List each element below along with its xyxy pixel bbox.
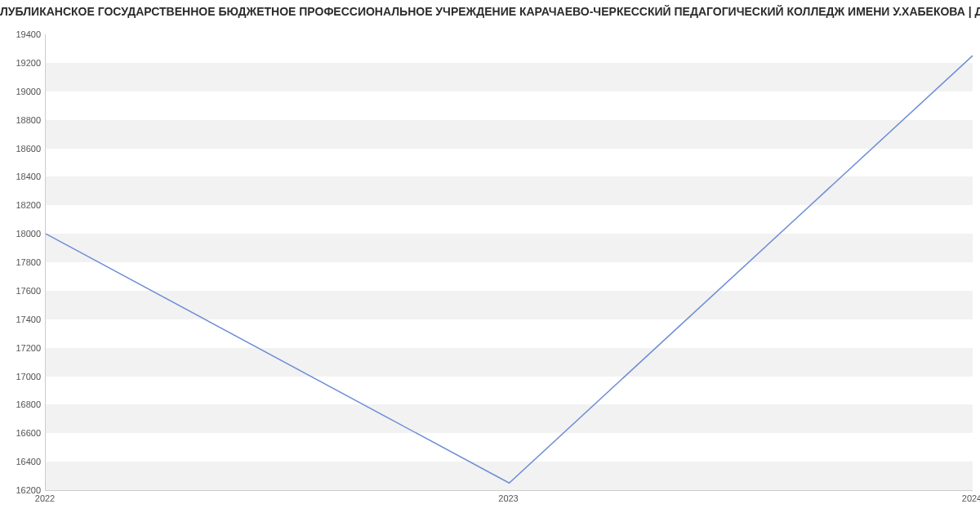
y-tick-label: 19000 <box>4 87 41 96</box>
y-tick-label: 17600 <box>4 286 41 296</box>
y-tick-label: 16600 <box>4 428 41 438</box>
y-tick-label: 16800 <box>4 399 41 409</box>
y-tick-label: 19200 <box>4 58 41 68</box>
y-tick-label: 19400 <box>4 29 41 39</box>
y-tick-label: 18200 <box>4 200 41 210</box>
plot-area <box>45 34 973 491</box>
y-tick-label: 17000 <box>4 372 41 382</box>
y-tick-label: 17200 <box>4 343 41 353</box>
y-tick-label: 17400 <box>4 315 41 324</box>
data-line <box>46 56 973 483</box>
y-tick-label: 18600 <box>4 144 41 154</box>
chart-container: ЛУБЛИКАНСКОЕ ГОСУДАРСТВЕННОЕ БЮДЖЕТНОЕ П… <box>0 0 980 531</box>
x-tick-label: 2024 <box>962 493 980 503</box>
y-tick-label: 18400 <box>4 172 41 181</box>
x-tick-label: 2022 <box>35 493 55 503</box>
y-tick-label: 18000 <box>4 229 41 239</box>
y-tick-label: 17800 <box>4 257 41 267</box>
line-series <box>46 34 973 490</box>
y-tick-label: 16400 <box>4 457 41 466</box>
y-tick-label: 18800 <box>4 115 41 125</box>
x-tick-label: 2023 <box>498 493 518 503</box>
chart-title: ЛУБЛИКАНСКОЕ ГОСУДАРСТВЕННОЕ БЮДЖЕТНОЕ П… <box>0 5 980 18</box>
